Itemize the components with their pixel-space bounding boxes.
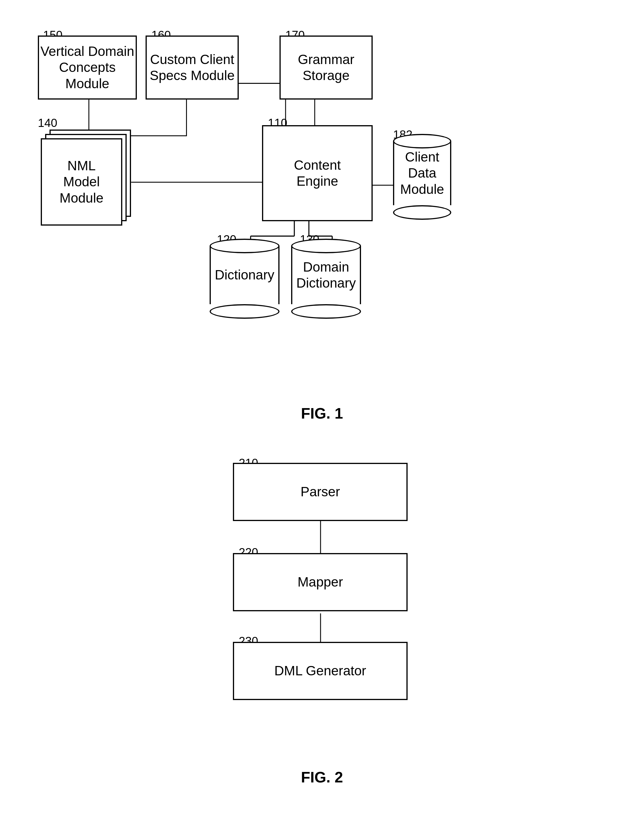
domain-dict-cyl-bottom xyxy=(291,304,361,319)
domain-dict-cyl-body: DomainDictionary xyxy=(291,246,361,304)
client-data-label: ClientDataModule xyxy=(400,149,444,198)
dict-cyl-top xyxy=(210,239,279,253)
dictionary-cylinder: Dictionary xyxy=(210,239,279,319)
nml-front-box: NMLModelModule xyxy=(41,138,122,226)
client-data-cyl-body: ClientDataModule xyxy=(393,141,451,205)
fig1-label: FIG. 1 xyxy=(23,404,621,422)
domain-dict-wrapper: DomainDictionary xyxy=(291,239,361,319)
client-data-cyl-top xyxy=(393,134,451,149)
vertical-domain-label: Vertical DomainConcepts Module xyxy=(39,43,136,92)
content-engine-box: ContentEngine xyxy=(262,125,373,221)
grammar-storage-label: GrammarStorage xyxy=(298,52,354,84)
dict-cyl-bottom xyxy=(210,304,279,319)
fig2-area: 210 Parser 220 Mapper 230 DML Generator … xyxy=(23,448,621,798)
vertical-domain-box: Vertical DomainConcepts Module xyxy=(38,35,137,100)
custom-client-box: Custom ClientSpecs Module xyxy=(146,35,239,100)
domain-dict-label: DomainDictionary xyxy=(296,259,356,291)
diagram-container: 150 Vertical DomainConcepts Module 160 C… xyxy=(0,0,644,813)
parser-box: Parser xyxy=(233,463,408,521)
mapper-box: Mapper xyxy=(233,553,408,611)
dictionary-wrapper: Dictionary xyxy=(210,239,279,319)
nml-label: NMLModelModule xyxy=(60,158,104,206)
content-engine-label: ContentEngine xyxy=(294,157,340,189)
domain-dict-cylinder: DomainDictionary xyxy=(291,239,361,319)
fig1-area: 150 Vertical DomainConcepts Module 160 C… xyxy=(23,17,621,431)
client-data-cyl-bottom xyxy=(393,205,451,220)
domain-dict-cyl-top xyxy=(291,239,361,253)
custom-client-label: Custom ClientSpecs Module xyxy=(150,52,235,84)
dml-generator-box: DML Generator xyxy=(233,642,408,700)
client-data-wrapper: ClientDataModule xyxy=(393,134,451,220)
dict-cyl-body: Dictionary xyxy=(210,246,279,304)
fig2-label: FIG. 2 xyxy=(23,769,621,786)
dictionary-label: Dictionary xyxy=(215,267,274,283)
parser-label: Parser xyxy=(301,484,340,500)
dml-generator-label: DML Generator xyxy=(274,663,366,679)
ref-140: 140 xyxy=(38,116,57,130)
mapper-label: Mapper xyxy=(297,574,343,590)
grammar-storage-box: GrammarStorage xyxy=(279,35,373,100)
client-data-cylinder: ClientDataModule xyxy=(393,134,451,220)
